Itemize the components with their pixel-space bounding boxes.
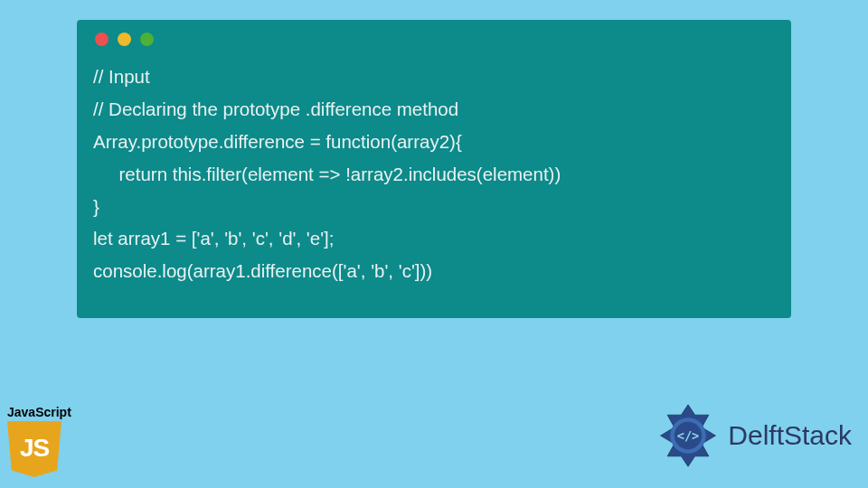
javascript-logo-icon: JS bbox=[7, 421, 61, 477]
close-icon bbox=[95, 33, 108, 46]
code-window: // Input // Declaring the prototype .dif… bbox=[77, 20, 791, 318]
delft-brand-name: DelftStack bbox=[728, 420, 852, 451]
delft-brand: </> DelftStack bbox=[654, 401, 852, 470]
javascript-label: JavaScript bbox=[7, 405, 78, 419]
javascript-badge: JavaScript JS bbox=[7, 405, 78, 477]
code-block: // Input // Declaring the prototype .dif… bbox=[93, 61, 775, 287]
delft-logo-icon: </> bbox=[654, 401, 722, 470]
javascript-logo-text: JS bbox=[20, 434, 49, 463]
minimize-icon bbox=[118, 33, 131, 46]
svg-text:</>: </> bbox=[677, 428, 700, 443]
maximize-icon bbox=[140, 33, 154, 46]
window-dots bbox=[95, 33, 775, 46]
